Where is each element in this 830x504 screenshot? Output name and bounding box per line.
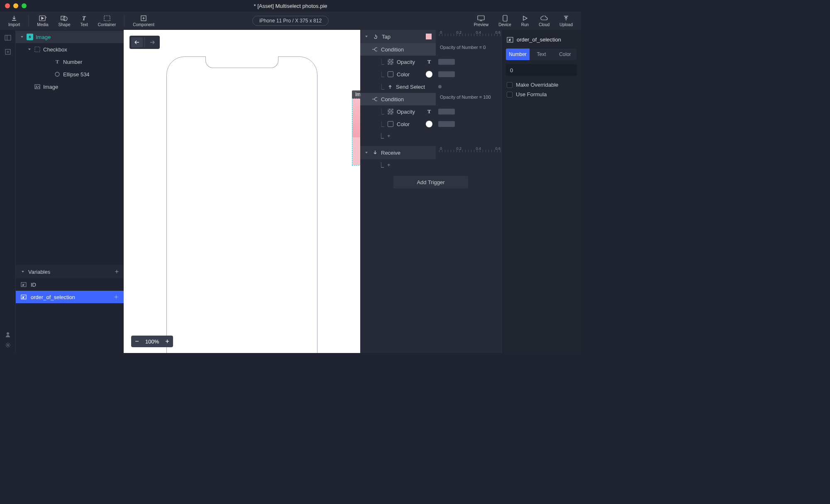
color-swatch-white[interactable] — [426, 121, 432, 127]
seg-number[interactable]: Number — [506, 49, 530, 60]
trigger-receive-header[interactable]: Receive — [360, 146, 436, 159]
container-icon — [34, 46, 41, 53]
zoom-in-ctrl[interactable]: + — [162, 336, 172, 346]
maximize-window-button[interactable] — [22, 3, 27, 8]
container-button[interactable]: Container — [94, 12, 120, 30]
zoom-out-ctrl[interactable]: − — [132, 336, 142, 346]
user-icon[interactable] — [5, 331, 11, 337]
action-color-2[interactable]: ⎿ Color — [360, 118, 436, 130]
text-button[interactable]: T Text — [76, 12, 92, 30]
image-icon — [34, 83, 41, 90]
triggers-panel: Tap 0 0.2 0.4 0.6 — [360, 30, 501, 353]
layer-image-root[interactable]: Image — [16, 31, 124, 43]
condition-text-2: Opacity of Number = 100 — [436, 93, 501, 105]
make-overridable-checkbox[interactable]: Make Overridable — [502, 80, 581, 90]
shape-icon — [61, 15, 68, 22]
text-target-icon: T — [426, 108, 432, 115]
container-icon — [104, 15, 110, 22]
caret-down-icon — [364, 151, 369, 155]
svg-rect-6 — [478, 16, 484, 20]
back-button[interactable] — [131, 37, 143, 47]
cloud-icon — [540, 15, 548, 22]
add-action-button[interactable]: ⎿ + — [360, 130, 436, 141]
seg-text[interactable]: Text — [530, 49, 553, 60]
svg-point-2 — [63, 17, 67, 21]
upload-button[interactable]: Upload — [555, 12, 577, 30]
svg-point-11 — [7, 344, 9, 346]
seg-color[interactable]: Color — [553, 49, 577, 60]
document-title: * [Asset] Multiselect photos.pie — [254, 3, 327, 9]
opacity-icon — [388, 59, 393, 65]
settings-icon[interactable] — [5, 342, 11, 348]
import-button[interactable]: Import — [4, 12, 24, 30]
zoom-control: − 100% + — [131, 336, 173, 347]
type-segmented-control: Number Text Color — [506, 49, 577, 60]
color-swatch-white[interactable] — [426, 71, 432, 78]
run-button[interactable]: Run — [517, 12, 533, 30]
preview-button[interactable]: Preview — [470, 12, 493, 30]
shape-button[interactable]: Shape — [54, 12, 75, 30]
timeline-segment[interactable] — [438, 109, 455, 114]
value-input[interactable] — [506, 64, 577, 76]
text-layer-icon: T — [54, 58, 61, 65]
minimize-window-button[interactable] — [13, 3, 18, 8]
caret-down-icon — [21, 270, 25, 274]
cloud-button[interactable]: Cloud — [535, 12, 554, 30]
use-formula-checkbox[interactable]: Use Formula — [502, 90, 581, 99]
tap-gesture-icon — [373, 34, 378, 39]
settings-mini-icon[interactable] — [114, 295, 119, 299]
svg-text:x: x — [22, 295, 24, 299]
action-color-1[interactable]: ⎿ Color — [360, 68, 436, 80]
layer-label: Number — [63, 59, 82, 65]
close-window-button[interactable] — [5, 3, 10, 8]
device-frame — [166, 56, 317, 353]
timeline-keyframe[interactable] — [438, 85, 442, 88]
text-target-icon: T — [426, 58, 432, 65]
timeline-segment[interactable] — [438, 71, 455, 77]
add-variable-button[interactable]: + — [115, 268, 119, 275]
layer-image[interactable]: Image — [16, 80, 124, 93]
panel-toggle-icon[interactable] — [5, 35, 11, 41]
device-selector[interactable]: iPhone 11 Pro / X 375 x 812 — [252, 16, 329, 26]
download-icon — [11, 15, 17, 22]
timeline-ruler[interactable]: 0 0.2 0.4 0.6 — [439, 30, 501, 40]
component-badge-icon — [27, 34, 33, 40]
layer-ellipse[interactable]: Ellipse 534 — [16, 68, 124, 80]
action-condition-1[interactable]: Condition — [360, 43, 436, 56]
trigger-color-swatch[interactable] — [426, 34, 432, 39]
device-notch — [205, 56, 278, 68]
svg-point-13 — [55, 72, 59, 76]
selected-element[interactable]: PANTONE 691 — [352, 98, 360, 166]
text-icon: T — [81, 15, 88, 22]
device-button[interactable]: Device — [494, 12, 515, 30]
forward-button[interactable] — [146, 37, 158, 47]
add-trigger-button[interactable]: Add Trigger — [393, 176, 468, 188]
trigger-tap-header[interactable]: Tap — [360, 30, 436, 43]
action-send-select[interactable]: ⎿ Send Select — [360, 80, 436, 93]
layer-checkbox[interactable]: Checkbox — [16, 43, 124, 56]
timeline-segment[interactable] — [438, 59, 455, 65]
condition-text-1: Opacity of Number = 0 — [436, 43, 501, 56]
ellipse-icon — [54, 71, 61, 78]
svg-point-20 — [116, 297, 117, 298]
action-opacity-2[interactable]: ⎿ Opacity T — [360, 105, 436, 118]
variables-header[interactable]: Variables + — [16, 265, 124, 278]
layer-number[interactable]: T Number — [16, 56, 124, 68]
timeline-segment[interactable] — [438, 121, 455, 127]
add-layer-icon[interactable] — [5, 49, 11, 55]
selection-label: Image — [352, 90, 360, 99]
component-button[interactable]: Component — [129, 12, 159, 30]
action-opacity-1[interactable]: ⎿ Opacity T — [360, 56, 436, 68]
opacity-icon — [388, 109, 393, 114]
media-button[interactable]: Media — [33, 12, 52, 30]
add-receive-action-button[interactable]: ⎿ + — [360, 159, 436, 170]
canvas[interactable]: Image PANTONE 691 − 100% + — [124, 30, 360, 353]
variable-id[interactable]: x ID — [16, 278, 124, 291]
layer-label: Image — [36, 34, 51, 40]
variable-order-of-selection[interactable]: x order_of_selection — [16, 291, 124, 303]
plus-box-icon — [141, 15, 146, 22]
action-condition-2[interactable]: Condition — [360, 93, 436, 105]
main-toolbar: Import Media Shape T Text Container Comp… — [0, 12, 581, 30]
timeline-ruler[interactable]: 0 0.2 0.4 0.6 — [439, 146, 501, 156]
svg-rect-7 — [503, 15, 507, 21]
